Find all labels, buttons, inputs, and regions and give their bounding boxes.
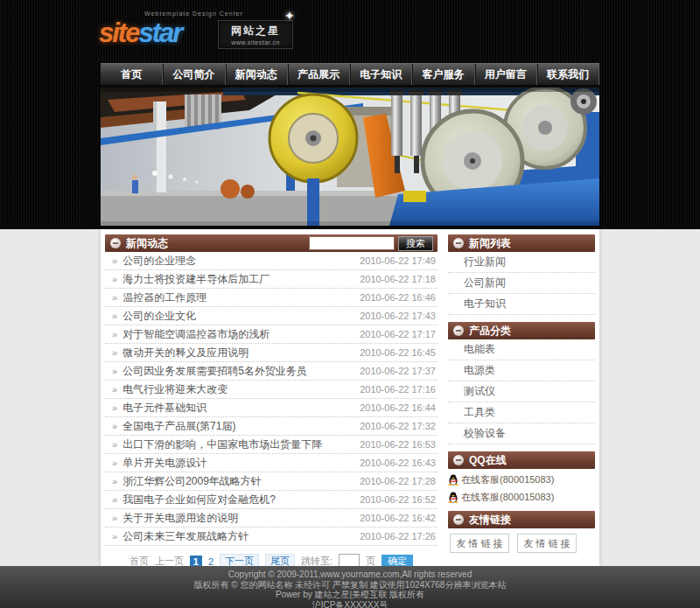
search-input[interactable]: [309, 236, 395, 250]
nav-item[interactable]: 首页: [101, 64, 163, 85]
nav-item[interactable]: 公司简介: [163, 64, 225, 85]
arrow-right-icon: »: [112, 514, 117, 523]
news-item-link[interactable]: 公司的企业文化: [122, 309, 196, 324]
news-item-date: 2010-06-22 17:32: [360, 421, 436, 431]
arrow-right-icon: »: [112, 403, 117, 413]
qq-service-link[interactable]: 在线客服(800015083): [461, 491, 554, 504]
arrow-right-icon: »: [112, 367, 117, 376]
search-button[interactable]: 搜索: [398, 236, 433, 251]
news-item-link[interactable]: 公司未来三年发展战略方针: [122, 529, 248, 544]
arrow-right-icon: »: [112, 440, 117, 450]
site-logo[interactable]: Webtemplate Design Center sitestar 网站之星 …: [99, 7, 335, 56]
arrow-right-icon: »: [112, 385, 117, 395]
news-item-link[interactable]: 公司因业务发展需要招聘5名外贸业务员: [122, 364, 307, 379]
news-item-link[interactable]: 关于开关电源用途的说明: [122, 511, 238, 526]
news-item-date: 2010-06-22 17:16: [360, 384, 436, 395]
logo-brand: sitestar: [99, 17, 181, 49]
sidebar: 新闻列表 行业新闻 公司新闻 电子知识 产品分类 电能表: [448, 234, 595, 553]
news-item-date: 2010-06-22 17:28: [360, 476, 436, 486]
news-item-link[interactable]: 浙江华辉公司2009年战略方针: [122, 474, 262, 489]
nav-item[interactable]: 客户服务: [412, 64, 474, 85]
footer-powered-by: Power by 建站之星|美橙互联 版权所有: [0, 590, 700, 600]
sidebar-qq-title: QQ在线: [469, 453, 507, 468]
arrow-right-icon: »: [112, 495, 117, 505]
nav-item[interactable]: 联系我们: [537, 64, 599, 85]
sidebar-product-category-link[interactable]: 工具类: [448, 402, 595, 423]
news-item-link[interactable]: 微动开关的释义及应用说明: [122, 346, 248, 360]
sidebar-product-list: 电能表 电源类 测试仪 工具类 校验设备: [448, 339, 595, 444]
qq-service-link[interactable]: 在线客服(800015083): [461, 473, 554, 486]
section-bullet-icon: [453, 238, 464, 248]
sidebar-product-category-link[interactable]: 电源类: [448, 360, 595, 381]
news-item-link[interactable]: 电气行业将迎来大改变: [122, 382, 228, 397]
news-item-link[interactable]: 海力士将投资建半导体后加工厂: [122, 272, 270, 287]
sidebar-news-list-header: 新闻列表: [448, 234, 595, 252]
logo-brand-site: site: [99, 17, 138, 48]
news-item-date: 2010-06-22 16:52: [360, 494, 436, 505]
friend-link[interactable]: 友 情 链 接: [517, 534, 577, 553]
qq-online-list: 在线客服(800015083) 在线客服(80001: [448, 472, 595, 504]
news-item-link[interactable]: 对于智能空调温控器市场的浅析: [122, 327, 270, 342]
news-list-item: » 温控器的工作原理 2010-06-22 16:46: [105, 289, 438, 307]
sidebar-news-category-link[interactable]: 行业新闻: [448, 252, 595, 273]
pagination-page-2[interactable]: 2: [208, 556, 214, 567]
top-header-area: Webtemplate Design Center sitestar 网站之星 …: [0, 0, 700, 229]
news-list-item: » 单片开关电源设计 2010-06-22 16:43: [105, 454, 438, 472]
sidebar-news-category-link[interactable]: 电子知识: [448, 294, 595, 315]
news-section-header: 新闻动态 搜索: [105, 234, 438, 252]
banner-image: [101, 87, 599, 226]
news-list-item: » 海力士将投资建半导体后加工厂 2010-06-22 17:18: [105, 270, 438, 289]
logo-badge-title: 网站之星: [219, 24, 292, 38]
news-list-item: » 浙江华辉公司2009年战略方针 2010-06-22 17:28: [105, 472, 438, 491]
footer-copyright: Copyright © 2009-2011,www.yourname.com,A…: [0, 570, 700, 580]
sidebar-links-title: 友情链接: [469, 513, 511, 528]
nav-item[interactable]: 电子知识: [350, 64, 412, 85]
logo-badge: 网站之星 www.sitestar.cn: [218, 20, 293, 49]
news-item-link[interactable]: 温控器的工作原理: [122, 290, 206, 305]
sidebar-product-category-link[interactable]: 电能表: [448, 339, 595, 360]
news-section: 新闻动态 搜索 » 公司的企业理念 2010-06-22 17:49 »: [105, 234, 438, 569]
sidebar-product-category-link[interactable]: 测试仪: [448, 381, 595, 402]
sidebar-product-category-link[interactable]: 校验设备: [448, 423, 595, 444]
qq-service-row: 在线客服(800015083): [448, 472, 595, 486]
arrow-right-icon: »: [112, 311, 117, 321]
news-item-date: 2010-06-22 17:37: [360, 366, 436, 376]
news-search: 搜索: [309, 236, 433, 251]
qq-penguin-icon: [448, 492, 458, 503]
news-item-date: 2010-06-22 17:26: [360, 531, 436, 542]
news-item-date: 2010-06-22 16:43: [360, 458, 436, 468]
sidebar-products-title: 产品分类: [469, 324, 511, 339]
news-item-date: 2010-06-22 17:43: [360, 311, 436, 321]
friend-link[interactable]: 友 情 链 接: [450, 534, 509, 553]
news-list-item: » 微动开关的释义及应用说明 2010-06-22 16:45: [105, 344, 438, 362]
arrow-right-icon: »: [112, 330, 117, 339]
news-item-link[interactable]: 出口下滑的影响，中国家电市场出货量下降: [122, 437, 322, 452]
section-bullet-icon: [110, 238, 121, 248]
news-list-item: » 关于开关电源用途的说明 2010-06-22 16:42: [105, 509, 438, 528]
sidebar-products-header: 产品分类: [448, 322, 595, 339]
sidebar-news-category-link[interactable]: 公司新闻: [448, 273, 595, 294]
news-item-link[interactable]: 全国电子产品展(第71届): [122, 419, 235, 434]
sidebar-qq-header: QQ在线: [448, 451, 595, 469]
news-list-item: » 全国电子产品展(第71届) 2010-06-22 17:32: [105, 417, 438, 436]
news-item-date: 2010-06-22 16:42: [360, 513, 436, 523]
logo-badge-url: www.sitestar.cn: [219, 39, 292, 45]
news-item-link[interactable]: 我国电子企业如何应对金融危机?: [122, 493, 276, 507]
nav-item[interactable]: 新闻动态: [226, 64, 288, 85]
friend-links-row: 友 情 链 接 友 情 链 接: [448, 534, 595, 553]
news-item-link[interactable]: 公司的企业理念: [122, 254, 196, 269]
news-item-date: 2010-06-22 17:18: [360, 274, 436, 284]
news-item-date: 2010-06-22 16:44: [360, 402, 436, 413]
nav-item[interactable]: 产品展示: [288, 64, 350, 85]
news-item-link[interactable]: 电子元件基础知识: [122, 401, 206, 416]
footer-icp: 沪ICP备XXXXXX号: [0, 600, 700, 608]
news-list-item: » 公司因业务发展需要招聘5名外贸业务员 2010-06-22 17:37: [105, 362, 438, 381]
sidebar-news-list-title: 新闻列表: [469, 236, 511, 251]
star-sparkle-icon: ✦: [284, 9, 295, 23]
news-item-date: 2010-06-22 16:45: [360, 347, 436, 358]
arrow-right-icon: »: [112, 477, 117, 486]
nav-item[interactable]: 用户留言: [475, 64, 537, 85]
news-item-link[interactable]: 单片开关电源设计: [122, 456, 206, 471]
news-list-item: » 电气行业将迎来大改变 2010-06-22 17:16: [105, 381, 438, 399]
page-body: 新闻动态 搜索 » 公司的企业理念 2010-06-22 17:49 »: [0, 229, 700, 566]
